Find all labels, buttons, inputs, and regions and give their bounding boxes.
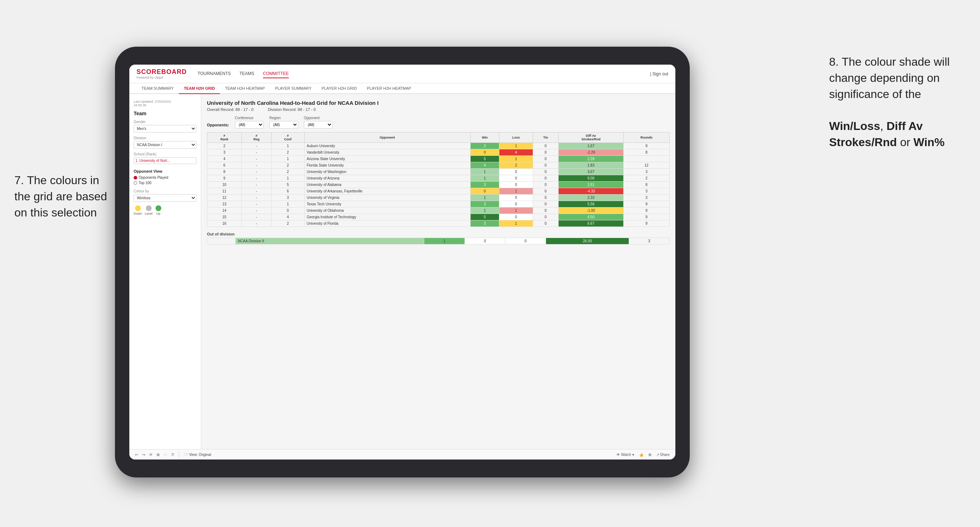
legend-circle-down xyxy=(135,205,141,211)
table-cell: 5 xyxy=(470,156,500,162)
table-cell: - xyxy=(242,195,271,201)
table-cell: 1 xyxy=(500,188,533,195)
annotation-left: 7. The colours in the grid are based on … xyxy=(14,172,115,221)
table-cell: 4.50 xyxy=(558,214,623,221)
toolbar-clock[interactable]: ⏱ xyxy=(171,453,175,457)
region-filter-select[interactable]: (All) xyxy=(269,121,298,129)
table-cell: 1 xyxy=(500,208,533,214)
sidebar: Last Updated: 27/03/2024 16:55:38 Team G… xyxy=(129,94,201,449)
table-row: 12-3University of Virginia1002.333 xyxy=(207,195,670,201)
table-cell: 3 xyxy=(207,149,242,156)
table-cell: 1 xyxy=(271,175,304,182)
table-cell: - xyxy=(242,143,271,149)
table-cell: 3 xyxy=(624,169,670,175)
conference-filter-select[interactable]: (All) xyxy=(235,121,264,129)
table-cell: University of Oklahoma xyxy=(304,208,470,214)
table-cell: 9.00 xyxy=(558,175,623,182)
gender-select[interactable]: Men's xyxy=(134,125,197,132)
table-cell: 0 xyxy=(500,201,533,208)
table-cell: 11 xyxy=(207,188,242,195)
table-cell: 2 xyxy=(207,143,242,149)
table-cell: - xyxy=(242,156,271,162)
app-header: SCOREBOARD Powered by clippd TOURNAMENTS… xyxy=(129,65,675,83)
col-rank: #Rank xyxy=(207,132,242,143)
table-cell: 13 xyxy=(207,201,242,208)
tablet-screen: SCOREBOARD Powered by clippd TOURNAMENTS… xyxy=(129,65,675,460)
toolbar-watch[interactable]: 👁 Watch ▾ xyxy=(616,453,634,457)
table-cell: - xyxy=(242,201,271,208)
table-cell: 0 xyxy=(533,156,558,162)
sign-out-link[interactable]: | Sign out xyxy=(650,71,668,76)
table-cell: 15 xyxy=(207,214,242,221)
table-cell: 4 xyxy=(470,162,500,169)
table-cell: 0 xyxy=(533,188,558,195)
table-cell: 1.67 xyxy=(558,143,623,149)
table-cell: - xyxy=(242,149,271,156)
table-cell: 8 xyxy=(624,149,670,156)
table-cell: 9 xyxy=(624,208,670,214)
ood-tie: 0 xyxy=(505,238,546,244)
region-filter: Region (All) xyxy=(269,116,298,129)
table-cell: 0 xyxy=(500,214,533,221)
table-cell: - xyxy=(242,208,271,214)
table-cell: 2.33 xyxy=(558,195,623,201)
table-cell: - xyxy=(242,188,271,195)
tab-player-h2h-heatmap[interactable]: PLAYER H2H HEATMAP xyxy=(362,83,416,94)
nav-committee[interactable]: COMMITTEE xyxy=(263,70,289,78)
ood-win: 1 xyxy=(424,238,465,244)
toolbar-thumbs[interactable]: 👍 xyxy=(639,453,643,457)
legend-level: Level xyxy=(145,205,153,215)
toolbar-copy[interactable]: ⊞ xyxy=(157,453,159,457)
ood-diff: 26.00 xyxy=(546,238,628,244)
nav-teams[interactable]: TEAMS xyxy=(239,70,254,78)
table-cell: 0 xyxy=(470,149,500,156)
table-cell: University of Alabama xyxy=(304,182,470,188)
table-cell: 0 xyxy=(533,169,558,175)
table-cell: Texas Tech University xyxy=(304,201,470,208)
toolbar-grid-icon[interactable]: ⊞ xyxy=(648,453,651,457)
tab-team-h2h-grid[interactable]: TEAM H2H GRID xyxy=(179,83,220,94)
division-record-label: Division Record: 88 - 17 - 0 xyxy=(268,107,316,112)
toolbar-undo[interactable]: ↩ xyxy=(135,453,138,457)
radio-top-100[interactable]: Top 100 xyxy=(134,181,197,185)
table-cell: 2 xyxy=(624,175,670,182)
grid-content: University of North Carolina Head-to-Hea… xyxy=(201,94,675,449)
colour-by-select[interactable]: Win/loss xyxy=(134,194,197,202)
radio-dot-top100 xyxy=(134,181,137,185)
tab-player-h2h-grid[interactable]: PLAYER H2H GRID xyxy=(317,83,362,94)
toolbar-redo[interactable]: ↪ xyxy=(142,453,145,457)
toolbar-view-original[interactable]: 📄 View: Original xyxy=(184,453,211,457)
table-cell: 0 xyxy=(533,175,558,182)
toolbar-more[interactable]: ··· xyxy=(164,453,167,457)
filters-row: Opponents: Conference (All) Region (All) xyxy=(207,116,670,129)
opponent-filter: Opponent (All) xyxy=(304,116,332,129)
table-cell: 1 xyxy=(470,208,500,214)
division-select[interactable]: NCAA Division I xyxy=(134,141,197,149)
table-cell: - xyxy=(242,175,271,182)
col-opponent: Opponent xyxy=(304,132,470,143)
colour-by-label: Colour by xyxy=(134,189,197,193)
radio-dot-played xyxy=(134,176,137,179)
toolbar-forward[interactable]: ⟳ xyxy=(150,453,152,457)
radio-opponents-played[interactable]: Opponents Played xyxy=(134,176,197,179)
table-cell: 10 xyxy=(207,182,242,188)
table-cell: 1 xyxy=(500,156,533,162)
table-cell: 9 xyxy=(207,175,242,182)
table-row: 2-1Auburn University2101.679 xyxy=(207,143,670,149)
table-cell: 0 xyxy=(271,208,304,214)
ood-name: NCAA Division II xyxy=(235,238,424,244)
tab-player-summary[interactable]: PLAYER SUMMARY xyxy=(270,83,317,94)
nav-tournaments[interactable]: TOURNAMENTS xyxy=(197,70,231,78)
table-cell: 0 xyxy=(533,195,558,201)
opponent-filter-select[interactable]: (All) xyxy=(304,121,332,129)
opponents-label: Opponents: xyxy=(207,123,229,129)
tab-team-h2h-heatmap[interactable]: TEAM H2H HEATMAP xyxy=(220,83,270,94)
tab-team-summary[interactable]: TEAM SUMMARY xyxy=(137,83,179,94)
table-cell: 1 xyxy=(470,175,500,182)
table-cell: - xyxy=(242,182,271,188)
table-cell: 1 xyxy=(271,143,304,149)
col-rounds: Rounds xyxy=(624,132,670,143)
out-of-division: Out of division NCAA Division II 1 0 0 2… xyxy=(207,232,670,244)
toolbar-share[interactable]: ↗ Share xyxy=(656,453,670,457)
table-cell: 3 xyxy=(470,201,500,208)
